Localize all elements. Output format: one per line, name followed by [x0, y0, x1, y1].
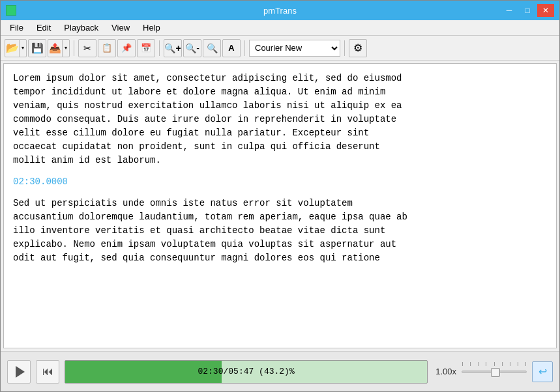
separator-2 [159, 40, 160, 56]
paragraph-2: Sed ut perspiciatis unde omnis iste natu… [13, 197, 547, 265]
text-editor[interactable]: Lorem ipsum dolor sit amet, consectetur … [3, 63, 557, 348]
speed-label: 1.00x [435, 367, 456, 376]
settings-button[interactable]: ⚙ [349, 39, 367, 57]
font-size-icon: A [228, 43, 234, 53]
loop-button[interactable]: ↩ [532, 361, 553, 382]
menu-bar: File Edit Playback View Help [1, 20, 559, 36]
paragraph-1: Lorem ipsum dolor sit amet, consectetur … [13, 72, 547, 167]
menu-edit[interactable]: Edit [30, 21, 57, 34]
speed-slider-track [462, 371, 527, 373]
open-icon: 📂 [6, 42, 19, 54]
tick-2 [470, 362, 471, 366]
timestamp-marker[interactable]: 02:30.0000 [13, 175, 547, 189]
window-title: pmTrans [263, 6, 297, 16]
tick-9 [525, 362, 526, 366]
font-size-button[interactable]: A [222, 39, 241, 57]
progress-bar[interactable]: 02:30/05:47 (43.2)% [65, 360, 428, 384]
toolbar: 📂 ▾ 💾 📤 ▾ ✂ 📋 📌 📅 [1, 36, 559, 61]
zoom-reset-icon: 🔍 [207, 43, 218, 53]
tick-7 [510, 362, 510, 366]
zoom-out-icon: 🔍- [185, 43, 199, 53]
paste-icon: 📌 [121, 43, 132, 53]
separator-1 [74, 40, 74, 56]
tick-6 [502, 362, 503, 366]
minimize-button[interactable]: ─ [501, 4, 518, 17]
speed-slider-container [462, 371, 527, 373]
copy-button[interactable]: 📋 [98, 39, 116, 57]
title-bar: pmTrans ─ □ ✕ [1, 1, 559, 20]
playback-bar: ⏮ 02:30/05:47 (43.2)% 1.00x [1, 351, 559, 391]
open-dropdown-arrow[interactable]: ▾ [19, 39, 27, 57]
save-icon: 💾 [31, 42, 44, 54]
progress-text: 02:30/05:47 (43.2)% [198, 367, 294, 376]
zoom-out-button[interactable]: 🔍- [183, 39, 201, 57]
cut-icon: ✂ [83, 43, 91, 53]
export-dropdown-arrow[interactable]: ▾ [62, 39, 70, 57]
menu-help[interactable]: Help [136, 21, 167, 34]
title-bar-controls: ─ □ ✕ [501, 4, 554, 17]
speed-slider-thumb[interactable] [491, 368, 500, 377]
rewind-icon: ⏮ [42, 365, 53, 378]
zoom-in-button[interactable]: 🔍+ [164, 39, 182, 57]
main-window: pmTrans ─ □ ✕ File Edit Playback View He… [0, 0, 560, 392]
separator-3 [244, 40, 245, 56]
timestamp-icon: 📅 [141, 43, 151, 53]
close-button[interactable]: ✕ [537, 4, 554, 17]
export-split-button: 📤 ▾ [48, 39, 70, 57]
paste-button[interactable]: 📌 [117, 39, 136, 57]
open-split-button: 📂 ▾ [5, 39, 27, 57]
open-button[interactable]: 📂 [5, 39, 19, 57]
export-button[interactable]: 📤 [48, 39, 62, 57]
tick-1 [462, 362, 463, 366]
cut-button[interactable]: ✂ [78, 39, 96, 57]
menu-view[interactable]: View [105, 21, 136, 34]
save-button[interactable]: 💾 [28, 39, 46, 57]
separator-4 [344, 40, 345, 56]
menu-file[interactable]: File [3, 21, 30, 34]
app-icon [6, 5, 16, 16]
export-icon: 📤 [49, 42, 61, 54]
tick-3 [478, 362, 479, 366]
loop-icon: ↩ [538, 365, 547, 378]
copy-icon: 📋 [102, 43, 112, 53]
tick-8 [518, 362, 518, 366]
play-icon [16, 366, 25, 378]
zoom-reset-button[interactable]: 🔍 [203, 39, 221, 57]
font-dropdown-container: Courier New [249, 40, 340, 57]
zoom-in-icon: 🔍+ [164, 43, 181, 53]
maximize-button[interactable]: □ [519, 4, 536, 17]
tick-5 [494, 362, 495, 366]
title-bar-left [6, 5, 16, 16]
slider-ticks [462, 362, 526, 366]
tick-4 [486, 362, 486, 366]
font-select[interactable]: Courier New [249, 40, 340, 57]
gear-icon: ⚙ [353, 42, 362, 54]
insert-timestamp-button[interactable]: 📅 [137, 39, 155, 57]
rewind-button[interactable]: ⏮ [36, 360, 59, 384]
play-button[interactable] [7, 360, 31, 384]
menu-playback[interactable]: Playback [57, 21, 105, 34]
